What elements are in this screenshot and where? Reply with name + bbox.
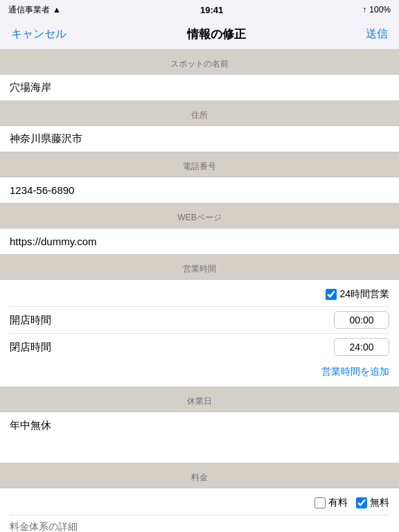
allday-label[interactable]: 24時間営業 [339,288,389,301]
allday-checkbox-row: 24時間営業 [326,288,389,301]
address-input[interactable] [0,126,399,152]
holiday-textarea[interactable] [0,412,399,461]
hours-top-row: 24時間営業 [10,285,389,306]
time-text: 19:41 [200,5,223,15]
fee-top-row: 有料 無料 [10,494,389,515]
website-section-label: WEBページ [0,204,399,228]
hours-card: 24時間営業 開店時間 00:00 閉店時間 24:00 営業時間を追加 [0,279,399,387]
phone-section-label: 電話番号 [0,152,399,177]
status-bar: 通信事業者 ▲ 19:41 ↑ 100% [0,0,399,19]
wifi-icon: ▲ [53,5,61,15]
spot-name-section-label: スポットの名前 [0,50,399,74]
fee-card: 有料 無料 料金体系の詳細 例）1時間 700円 [0,488,399,532]
spot-name-card [0,74,399,101]
send-button[interactable]: 送信 [366,27,388,42]
open-time-row: 開店時間 00:00 [10,306,389,333]
hours-section-label: 営業時間 [0,255,399,279]
add-hours-link[interactable]: 営業時間を追加 [10,360,389,381]
nav-title: 情報の修正 [187,26,246,42]
phone-input[interactable] [0,177,399,203]
close-time-row: 閉店時間 24:00 [10,333,389,360]
signal-icon: ↑ [362,5,366,15]
paid-label[interactable]: 有料 [328,497,348,509]
website-input[interactable] [0,229,399,254]
free-checkbox[interactable] [356,497,367,508]
battery-text: 100% [369,5,391,15]
free-label[interactable]: 無料 [370,497,389,509]
paid-checkbox[interactable] [314,497,326,508]
carrier-text: 通信事業者 [8,4,50,16]
open-label: 開店時間 [10,314,51,327]
nav-bar: キャンセル 情報の修正 送信 [0,19,399,50]
address-section-label: 住所 [0,101,399,125]
content-scroll[interactable]: スポットの名前 住所 電話番号 WEBページ 営業時間 24時間営業 開店時間 … [0,50,399,532]
close-time-box[interactable]: 24:00 [334,338,389,356]
free-checkbox-row: 無料 [356,497,389,509]
open-time-box[interactable]: 00:00 [334,311,389,329]
fee-section-label: 料金 [0,463,399,488]
spot-name-input[interactable] [0,75,399,100]
fee-detail-row: 料金体系の詳細 例）1時間 700円 [10,515,389,532]
holiday-section-label: 休業日 [0,387,399,411]
cancel-button[interactable]: キャンセル [11,27,66,42]
address-card [0,125,399,152]
paid-checkbox-row: 有料 [314,497,348,509]
fee-detail-label: 料金体系の詳細 [10,521,389,532]
phone-card [0,177,399,204]
website-card [0,228,399,255]
close-label: 閉店時間 [10,341,51,354]
holiday-card [0,411,399,463]
allday-checkbox[interactable] [326,289,337,300]
